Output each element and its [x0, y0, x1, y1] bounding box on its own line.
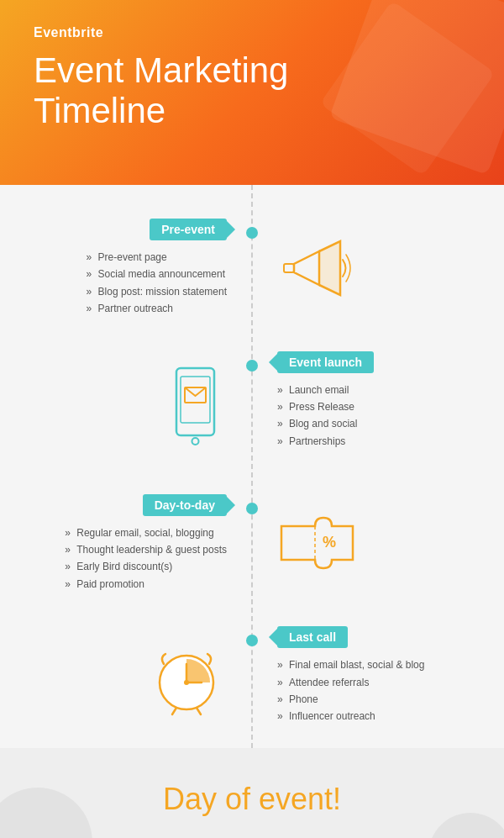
dot-last-call — [246, 635, 258, 646]
day-to-day-row: Day-to-day Regular email, social, bloggi… — [0, 477, 504, 610]
svg-line-13 — [197, 708, 201, 714]
last-call-right: Last call Final email blast, social & bl… — [252, 609, 504, 748]
day-to-day-list: Regular email, social, blogging Thought … — [65, 524, 227, 593]
list-item: Thought leadership & guest posts — [65, 541, 227, 558]
list-item: Partnerships — [277, 433, 357, 450]
list-item: Pre-event page — [87, 249, 227, 266]
event-launch-right: Event launch Launch email Press Release … — [252, 335, 504, 477]
dot-event-launch — [246, 360, 258, 372]
day-to-day-left: Day-to-day Regular email, social, bloggi… — [0, 477, 252, 610]
clock-icon-container — [147, 639, 227, 719]
last-call-left — [0, 609, 252, 748]
ticket-icon-container: % — [277, 514, 357, 572]
list-item: Launch email — [277, 382, 357, 398]
event-launch-label: Event launch — [277, 351, 374, 373]
header: Eventbrite Event Marketing Timeline — [0, 0, 504, 185]
svg-marker-0 — [294, 251, 319, 285]
list-item: Blog post: mission statement — [87, 283, 227, 300]
svg-text:%: % — [323, 534, 336, 551]
list-item: Early Bird discount(s) — [65, 558, 227, 575]
list-item: Influencer outreach — [277, 708, 424, 725]
pre-event-list: Pre-event page Social media announcement… — [87, 249, 227, 318]
clock-icon — [147, 639, 227, 719]
list-item: Paid promotion — [65, 576, 227, 593]
list-item: Press Release — [277, 398, 357, 415]
pre-event-label: Pre-event — [150, 219, 227, 240]
list-item: Regular email, social, blogging — [65, 524, 227, 541]
event-launch-list: Launch email Press Release Blog and soci… — [277, 382, 357, 451]
last-call-row: Last call Final email blast, social & bl… — [0, 609, 504, 748]
pre-event-left: Pre-event Pre-event page Social media an… — [0, 202, 252, 335]
list-item: Attendee referrals — [277, 674, 424, 691]
phone-icon — [164, 364, 227, 448]
last-call-label: Last call — [277, 626, 348, 648]
brand-name: Eventbrite — [34, 25, 470, 40]
day-to-day-label: Day-to-day — [143, 494, 227, 516]
dot-day-to-day — [246, 503, 258, 514]
bottom-section: Day of event! eventbrite.co.uk/blog — [0, 748, 504, 838]
phone-icon-container — [164, 364, 227, 448]
svg-rect-1 — [284, 264, 294, 272]
event-launch-left — [0, 335, 252, 477]
pre-event-row: Pre-event Pre-event page Social media an… — [0, 202, 504, 335]
ticket-icon: % — [277, 514, 357, 572]
list-item: Partner outreach — [87, 300, 227, 317]
list-item: Phone — [277, 691, 424, 708]
list-item: Social media announcement — [87, 266, 227, 282]
megaphone-icon — [277, 235, 353, 302]
svg-point-5 — [192, 438, 199, 445]
day-to-day-right: % — [252, 477, 504, 610]
svg-line-12 — [172, 708, 176, 714]
svg-point-11 — [184, 680, 189, 685]
pre-event-right — [252, 202, 504, 335]
timeline-section: Pre-event Pre-event page Social media an… — [0, 185, 504, 748]
megaphone-icon-container — [277, 235, 353, 302]
main-title: Event Marketing Timeline — [34, 50, 470, 132]
dot-pre-event — [246, 227, 258, 239]
last-call-list: Final email blast, social & blog Attende… — [277, 656, 424, 725]
event-launch-row: Event launch Launch email Press Release … — [0, 335, 504, 477]
list-item: Blog and social — [277, 415, 357, 432]
list-item: Final email blast, social & blog — [277, 656, 424, 673]
